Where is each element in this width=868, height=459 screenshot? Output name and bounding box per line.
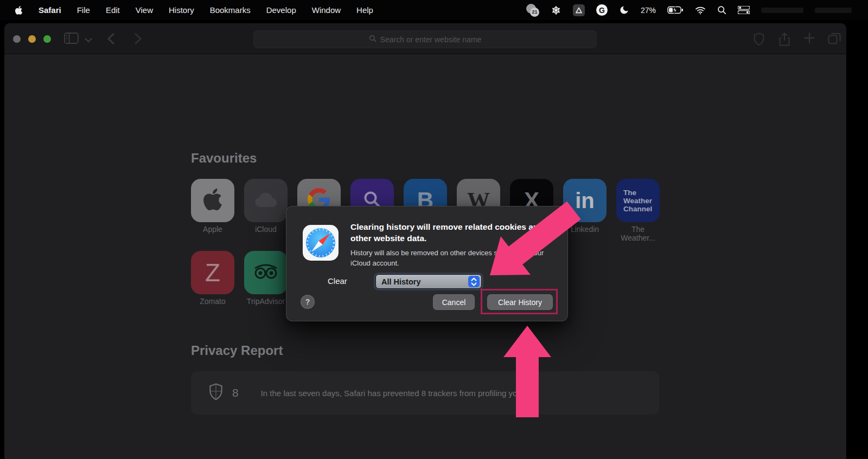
menu-bar: Safari File Edit View History Bookmarks … xyxy=(0,0,868,20)
menu-develop[interactable]: Develop xyxy=(266,5,296,15)
g-app-icon[interactable]: G xyxy=(596,4,608,16)
favourite-linkedin[interactable]: in xyxy=(563,179,607,222)
favourite-icloud[interactable] xyxy=(244,179,288,222)
apple-menu-icon[interactable] xyxy=(15,5,23,15)
dropdown-stepper-icon xyxy=(468,276,480,287)
screen: Safari File Edit View History Bookmarks … xyxy=(0,0,868,459)
sidebar-toggle-button[interactable] xyxy=(64,33,79,46)
linkedin-in-glyph: in xyxy=(575,189,595,213)
address-search-field[interactable]: Search or enter website name xyxy=(253,30,597,48)
window-zoom-button[interactable] xyxy=(43,35,51,43)
icloud-cloud-icon xyxy=(253,191,278,210)
favourites-heading: Favourites xyxy=(191,151,257,166)
tab-overview-icon[interactable] xyxy=(828,33,841,47)
new-tab-plus-icon[interactable] xyxy=(804,33,815,46)
back-button[interactable] xyxy=(107,33,114,47)
window-minimize-button[interactable] xyxy=(28,35,36,43)
redacted-status-text xyxy=(761,8,803,13)
privacy-report-toolbar-icon[interactable] xyxy=(753,33,765,48)
favourite-label-weather: The Weather... xyxy=(615,225,661,242)
forward-button[interactable] xyxy=(135,33,142,47)
privacy-report-card[interactable]: 8 In the last seven days, Safari has pre… xyxy=(191,371,659,415)
battery-charging-icon[interactable] xyxy=(667,6,684,14)
clear-range-dropdown[interactable]: All History xyxy=(375,274,482,289)
sidebar-chevron-down-icon[interactable] xyxy=(85,35,92,45)
privacy-shield-icon xyxy=(209,383,223,403)
menu-edit[interactable]: Edit xyxy=(106,5,120,15)
tripadvisor-owl-icon xyxy=(252,261,280,285)
share-icon[interactable] xyxy=(778,33,790,48)
control-center-icon[interactable] xyxy=(738,6,750,14)
dialog-title: Clearing history will remove related coo… xyxy=(350,222,558,244)
menu-history[interactable]: History xyxy=(169,5,194,15)
help-button[interactable]: ? xyxy=(301,295,315,309)
badge-count: 21 xyxy=(530,8,539,17)
favourite-tripadvisor[interactable] xyxy=(244,251,288,294)
privacy-message: In the last seven days, Safari has preve… xyxy=(261,389,524,398)
weather-channel-wordmark: The Weather Channel xyxy=(619,189,657,213)
chatgpt-icon[interactable] xyxy=(551,5,561,16)
favourite-weather-channel[interactable]: The Weather Channel xyxy=(616,179,660,222)
redacted-clock-text xyxy=(815,8,852,13)
screen-record-icon[interactable] xyxy=(573,4,585,16)
menu-app-name[interactable]: Safari xyxy=(39,5,61,15)
privacy-report-heading: Privacy Report xyxy=(191,343,283,358)
wifi-icon[interactable] xyxy=(695,6,706,15)
cancel-button[interactable]: Cancel xyxy=(433,294,475,310)
search-icon xyxy=(369,35,376,44)
tracker-count: 8 xyxy=(232,386,239,399)
search-placeholder: Search or enter website name xyxy=(380,35,482,44)
window-close-button[interactable] xyxy=(13,35,21,43)
menu-file[interactable]: File xyxy=(77,5,90,15)
favourite-label-zomato: Zomato xyxy=(187,297,239,306)
dropdown-selected-value: All History xyxy=(381,277,421,286)
menu-help[interactable]: Help xyxy=(356,5,373,15)
zomato-z-glyph: Z xyxy=(205,258,220,287)
menu-window[interactable]: Window xyxy=(312,5,341,15)
clear-field-label: Clear xyxy=(328,276,347,286)
favourite-label-icloud: iCloud xyxy=(240,225,292,234)
annotation-highlight-rect xyxy=(481,289,558,314)
favourite-zomato[interactable]: Z xyxy=(191,251,234,294)
apple-logo-icon xyxy=(202,187,224,214)
favourite-apple[interactable] xyxy=(191,179,234,222)
favourite-label-apple: Apple xyxy=(187,225,239,234)
battery-percent: 27% xyxy=(641,6,656,15)
spotlight-search-icon[interactable] xyxy=(717,5,726,15)
safari-app-icon xyxy=(302,224,339,263)
focus-moon-icon[interactable] xyxy=(619,5,629,15)
menu-view[interactable]: View xyxy=(136,5,153,15)
notification-badge-icon[interactable]: 21 xyxy=(526,4,539,17)
dialog-body-text: History will also be removed on other de… xyxy=(350,248,563,269)
menu-bookmarks[interactable]: Bookmarks xyxy=(210,5,251,15)
favourite-label-tripadvisor: TripAdvisor xyxy=(240,297,292,306)
